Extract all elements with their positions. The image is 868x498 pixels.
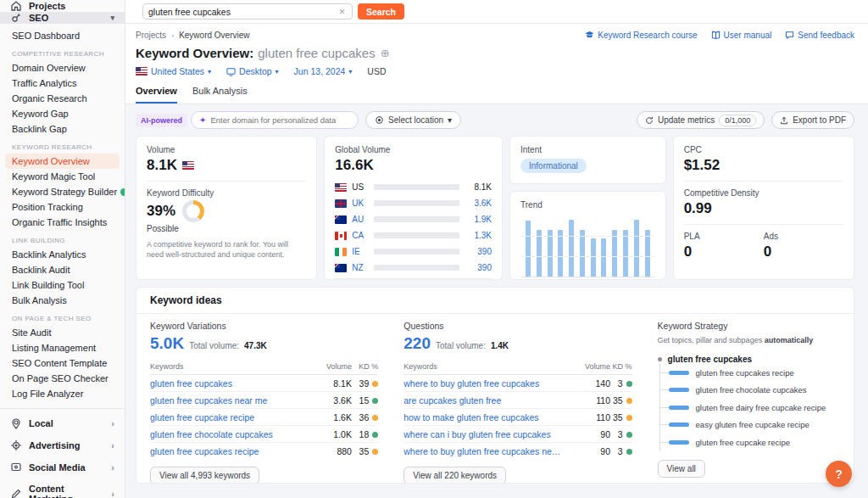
sidebar-item-onpage-seo-checker[interactable]: On Page SEO Checker	[0, 371, 125, 386]
volume-cell: 1.6K	[317, 409, 352, 426]
col-header-kd[interactable]: KD %	[352, 360, 378, 375]
keyword-link[interactable]: gluten free cupcakes near me	[150, 395, 311, 406]
variations-count[interactable]: 5.0K	[150, 334, 184, 353]
page-bar-icon	[669, 388, 689, 392]
clear-search-icon[interactable]: ×	[337, 6, 347, 18]
sidebar-item-advertising[interactable]: Advertising›	[0, 434, 125, 456]
local-label: Local	[29, 418, 53, 428]
gridline	[520, 236, 655, 237]
geo-code[interactable]: IE	[352, 247, 369, 256]
sidebar-item-projects[interactable]: Projects	[0, 0, 125, 12]
sidebar-item-keyword-strategy-builder[interactable]: Keyword Strategy BuilderNEW	[0, 184, 125, 199]
sidebar-item-content-marketing[interactable]: Content Marketing›	[0, 478, 125, 498]
keyword-link[interactable]: gluten free chocolate cupcakes	[150, 429, 311, 439]
top-search-bar: × Search	[125, 0, 868, 24]
keyword-link[interactable]: gluten free cupcakes recipe	[150, 446, 311, 456]
search-input[interactable]	[148, 7, 337, 17]
view-all-variations-button[interactable]: View all 4,993 keywords	[150, 467, 259, 484]
sidebar-item-seo-dashboard[interactable]: SEO Dashboard	[0, 28, 125, 43]
variations-table: Keywords Volume KD % gluten free cupcake…	[150, 360, 378, 460]
pla-value: 0	[684, 243, 764, 260]
keyword-link[interactable]: are cupcakes gluten free	[403, 395, 565, 406]
sidebar-item-organic-research[interactable]: Organic Research	[0, 91, 125, 106]
sidebar-item-seo-content-template[interactable]: SEO Content Template	[0, 355, 125, 371]
view-all-questions-button[interactable]: View all 220 keywords	[403, 467, 506, 484]
density-value: 0.99	[684, 200, 843, 217]
keyword-link[interactable]: how to make gluten free cupcakes	[403, 412, 565, 422]
geo-code[interactable]: AU	[352, 215, 369, 224]
sidebar-item-listing-management[interactable]: Listing Management	[0, 340, 125, 355]
sidebar-item-social-media[interactable]: Social Media›	[0, 456, 125, 478]
sidebar-item-local[interactable]: Local›	[0, 412, 125, 434]
col-header-keywords[interactable]: Keywords	[403, 360, 582, 375]
sidebar-item-backlink-audit[interactable]: Backlink Audit	[0, 262, 125, 277]
sidebar-menu: SEO Dashboard COMPETITIVE RESEARCH Domai…	[0, 24, 125, 403]
search-button[interactable]: Search	[358, 3, 404, 20]
sidebar-seo-label: SEO	[29, 13, 48, 23]
geo-row-ie: IE 390	[335, 243, 492, 260]
volume-cell: 1.0K	[317, 426, 352, 443]
keyword-link[interactable]: gluten free cupcakes	[150, 378, 311, 389]
strategy-subtitle-text: Get topics, pillar and subpages	[658, 336, 763, 344]
sidebar-item-log-file-analyzer[interactable]: Log File Analyzer	[0, 386, 125, 401]
export-pdf-button[interactable]: Export to PDF	[771, 111, 854, 129]
col-header-volume[interactable]: Volume	[317, 360, 352, 375]
col-header-volume[interactable]: Volume	[582, 360, 610, 375]
select-location-dropdown[interactable]: Select location ▾	[365, 111, 461, 129]
sidebar-item-site-audit[interactable]: Site Audit	[0, 325, 125, 340]
sidebar-item-organic-traffic-insights[interactable]: Organic Traffic Insights	[0, 215, 125, 230]
intent-badge[interactable]: Informational	[520, 159, 587, 173]
col-header-keywords[interactable]: Keywords	[150, 360, 317, 375]
trend-bar	[591, 238, 596, 277]
strategy-subtitle-bold: automatically	[765, 336, 814, 344]
app-window: Projects SEO ▾ SEO Dashboard COMPETITIVE…	[0, 0, 868, 498]
sidebar-item-traffic-analytics[interactable]: Traffic Analytics	[0, 76, 125, 91]
kd-dot	[626, 432, 632, 438]
geo-value[interactable]: 390	[465, 263, 492, 272]
update-metrics-button[interactable]: Update metrics 0/1,000	[637, 111, 765, 129]
keyword-link[interactable]: where to buy gluten free cupcakes near m…	[403, 446, 565, 456]
send-feedback-link[interactable]: Send feedback	[785, 31, 854, 40]
kd-label: Keyword Difficulty	[147, 188, 306, 198]
add-keyword-icon[interactable]: ⊕	[381, 47, 390, 59]
sidebar-item-bulk-analysis[interactable]: Bulk Analysis	[0, 293, 125, 308]
course-link[interactable]: Keyword Research course	[585, 31, 697, 40]
country-filter[interactable]: United States ▾	[136, 66, 211, 76]
keyword-link[interactable]: where can i buy gluten free cupcakes	[403, 429, 565, 439]
col-header-kd[interactable]: KD %	[610, 360, 632, 375]
geo-code[interactable]: NZ	[352, 263, 369, 272]
geo-value[interactable]: 1.9K	[465, 215, 492, 224]
sidebar-item-keyword-overview[interactable]: Keyword Overview	[5, 154, 120, 169]
sidebar-item-keyword-gap[interactable]: Keyword Gap	[0, 106, 125, 121]
help-button[interactable]: ?	[826, 461, 852, 487]
geo-value[interactable]: 3.6K	[465, 199, 492, 208]
keyword-link[interactable]: where to buy gluten free cupcakes	[403, 378, 565, 389]
view-all-strategy-button[interactable]: View all	[658, 460, 705, 478]
sidebar-item-domain-overview[interactable]: Domain Overview	[0, 60, 125, 76]
domain-input[interactable]	[210, 115, 350, 125]
tab-bulk-analysis[interactable]: Bulk Analysis	[192, 86, 248, 104]
geo-code[interactable]: CA	[352, 231, 369, 240]
sidebar-item-seo[interactable]: SEO ▾	[0, 12, 125, 24]
device-filter[interactable]: Desktop ▾	[226, 66, 279, 76]
strategy-child-node: gluten free cupcake recipe	[660, 434, 840, 451]
uk-flag-icon	[335, 199, 347, 208]
page-title-keyword: gluten free cupcakes	[258, 46, 375, 60]
geo-value[interactable]: 390	[465, 247, 492, 256]
sidebar-item-keyword-magic-tool[interactable]: Keyword Magic Tool	[0, 169, 125, 184]
user-manual-link[interactable]: User manual	[711, 31, 772, 40]
date-filter[interactable]: Jun 13, 2024 ▾	[294, 66, 353, 76]
sidebar-item-backlink-analytics[interactable]: Backlink Analytics	[0, 247, 125, 262]
sidebar-item-backlink-gap[interactable]: Backlink Gap	[0, 121, 125, 137]
keyword-link[interactable]: gluten free cupcake recipe	[150, 412, 311, 422]
table-row: gluten free cupcakes near me3.6K15	[150, 392, 378, 409]
geo-value[interactable]: 1.3K	[465, 231, 492, 240]
sidebar-item-position-tracking[interactable]: Position Tracking	[0, 199, 125, 215]
breadcrumb: Projects › Keyword Overview Keyword Rese…	[136, 31, 854, 40]
geo-code[interactable]: UK	[352, 199, 369, 208]
tab-overview[interactable]: Overview	[136, 86, 177, 104]
sidebar-item-link-building-tool[interactable]: Link Building Tool	[0, 277, 125, 293]
questions-count[interactable]: 220	[403, 334, 431, 353]
kd-dot	[372, 398, 378, 404]
breadcrumb-projects[interactable]: Projects	[136, 31, 166, 40]
